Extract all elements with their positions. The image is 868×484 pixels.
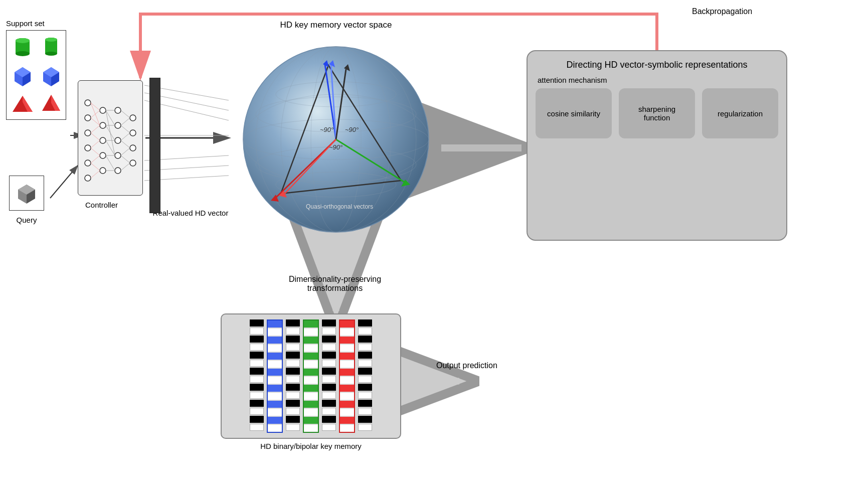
- mc: [304, 353, 318, 360]
- hd-vector-label: Real-valued HD vector: [150, 209, 231, 217]
- mc: [358, 328, 372, 335]
- svg-line-85: [121, 125, 130, 133]
- svg-point-53: [115, 107, 121, 113]
- mc: [250, 352, 264, 359]
- svg-line-72: [91, 163, 100, 171]
- mc: [268, 401, 282, 408]
- svg-point-51: [100, 152, 106, 158]
- mc: [286, 376, 300, 383]
- mc: [340, 353, 354, 360]
- mc: [304, 369, 318, 376]
- mc: [286, 344, 300, 351]
- mc: [322, 392, 336, 399]
- mc: [250, 376, 264, 383]
- mc: [268, 320, 282, 328]
- mc: [322, 336, 336, 343]
- mc: [340, 401, 354, 408]
- mc: [286, 328, 300, 335]
- sphere-area: HD key memory vector space: [231, 15, 441, 276]
- mc: [322, 328, 336, 335]
- controller-label: Controller: [85, 201, 118, 209]
- mc: [322, 319, 336, 327]
- mc: [358, 376, 372, 383]
- mc: [268, 329, 282, 336]
- svg-text:~90°: ~90°: [320, 126, 333, 133]
- svg-text:Quasi-orthogonal vectors: Quasi-orthogonal vectors: [306, 203, 373, 210]
- support-cell-red-pyramid: [37, 90, 65, 117]
- mc: [286, 360, 300, 367]
- mc: [358, 352, 372, 359]
- svg-point-28: [45, 38, 57, 42]
- mc: [358, 368, 372, 375]
- mc: [358, 400, 372, 407]
- mc: [358, 392, 372, 399]
- mc: [304, 329, 318, 336]
- mc: [358, 319, 372, 327]
- mc: [322, 352, 336, 359]
- mc: [322, 384, 336, 391]
- mc: [286, 384, 300, 391]
- mc: [268, 361, 282, 368]
- mc: [250, 344, 264, 351]
- mc: [340, 385, 354, 392]
- svg-point-59: [130, 130, 136, 136]
- mc: [268, 385, 282, 392]
- mc: [268, 369, 282, 376]
- mc: [358, 336, 372, 343]
- svg-line-71: [91, 148, 100, 155]
- mc: [322, 424, 336, 431]
- mc: [340, 345, 354, 352]
- attention-mechanism-label: attention mechanism: [538, 76, 778, 84]
- svg-point-48: [100, 107, 106, 113]
- mc: [286, 319, 300, 327]
- mc: [304, 401, 318, 408]
- mc: [340, 369, 354, 376]
- svg-point-43: [85, 115, 91, 121]
- memory-strip-red: [339, 319, 355, 433]
- mc: [304, 345, 318, 352]
- mc: [268, 409, 282, 416]
- mc: [304, 385, 318, 392]
- mc: [340, 417, 354, 424]
- mc: [250, 424, 264, 431]
- svg-line-82: [106, 110, 115, 155]
- memory-strip-blue: [267, 319, 283, 433]
- mc: [250, 400, 264, 407]
- binary-memory-area: HD binary/bipolar key memory: [221, 313, 401, 450]
- mc: [340, 409, 354, 416]
- svg-line-87: [121, 140, 130, 148]
- svg-line-68: [91, 171, 100, 178]
- mc: [250, 319, 264, 327]
- mc: [340, 393, 354, 400]
- mc: [322, 400, 336, 407]
- mc: [268, 393, 282, 400]
- mc: [268, 377, 282, 384]
- controller-box: [78, 80, 143, 196]
- mc: [286, 400, 300, 407]
- svg-point-46: [85, 160, 91, 166]
- mc: [340, 320, 354, 328]
- mc: [340, 337, 354, 344]
- memory-strip-bw: [250, 319, 264, 433]
- mc: [358, 344, 372, 351]
- svg-point-45: [85, 145, 91, 151]
- mc: [268, 337, 282, 344]
- mc: [304, 377, 318, 384]
- svg-point-23: [16, 51, 30, 56]
- mc: [322, 416, 336, 423]
- svg-line-80: [106, 155, 115, 171]
- support-cell-green-cylinder2: [37, 33, 65, 60]
- svg-point-27: [45, 52, 57, 56]
- neural-network-svg: [80, 85, 140, 191]
- svg-line-66: [91, 140, 100, 148]
- svg-line-84: [121, 118, 130, 125]
- mc: [358, 416, 372, 423]
- directing-hd-box: Directing HD vector-symbolic representat…: [527, 50, 787, 241]
- support-cell-blue-cube: [9, 61, 36, 89]
- mc: [358, 384, 372, 391]
- svg-point-24: [16, 38, 30, 43]
- output-prediction-label: Output prediction: [436, 361, 497, 370]
- svg-point-61: [130, 160, 136, 166]
- mc: [286, 368, 300, 375]
- svg-line-89: [121, 155, 130, 163]
